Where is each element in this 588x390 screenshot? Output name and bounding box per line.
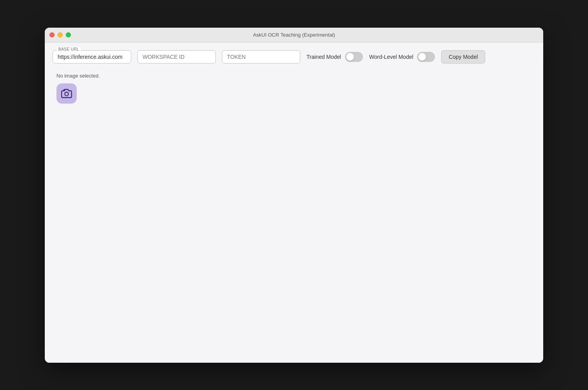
trained-model-toggle[interactable] bbox=[345, 52, 363, 62]
app-window: AskUI OCR Teaching (Experimental) BASE U… bbox=[45, 28, 543, 363]
token-input[interactable] bbox=[222, 51, 300, 63]
traffic-lights bbox=[49, 32, 71, 37]
close-button[interactable] bbox=[49, 32, 55, 37]
word-level-model-toggle-group: Word-Level Model bbox=[369, 52, 435, 62]
minimize-button[interactable] bbox=[58, 32, 63, 37]
word-level-model-toggle[interactable] bbox=[417, 52, 435, 62]
camera-button[interactable] bbox=[56, 83, 77, 104]
trained-model-slider bbox=[345, 52, 363, 62]
word-level-model-slider bbox=[417, 52, 435, 62]
svg-point-0 bbox=[65, 92, 68, 95]
maximize-button[interactable] bbox=[66, 32, 71, 37]
title-bar: AskUI OCR Teaching (Experimental) bbox=[45, 28, 543, 42]
base-url-label: BASE URL bbox=[57, 47, 81, 51]
toolbar: BASE URL Trained Model Word-Level Model bbox=[53, 50, 535, 64]
content-area: BASE URL Trained Model Word-Level Model bbox=[45, 42, 543, 363]
trained-model-toggle-group: Trained Model bbox=[306, 52, 363, 62]
workspace-id-field-group bbox=[137, 50, 216, 64]
no-image-text: No image selected. bbox=[56, 73, 532, 79]
trained-model-label: Trained Model bbox=[306, 54, 341, 60]
camera-icon bbox=[61, 88, 72, 99]
word-level-model-label: Word-Level Model bbox=[369, 54, 413, 60]
main-area: No image selected. bbox=[53, 73, 535, 104]
window-title: AskUI OCR Teaching (Experimental) bbox=[253, 32, 335, 38]
workspace-id-input[interactable] bbox=[138, 51, 215, 63]
base-url-input[interactable] bbox=[53, 51, 131, 63]
base-url-field-group: BASE URL bbox=[53, 50, 131, 64]
copy-model-button[interactable]: Copy Model bbox=[441, 50, 485, 64]
token-field-group bbox=[222, 50, 300, 64]
